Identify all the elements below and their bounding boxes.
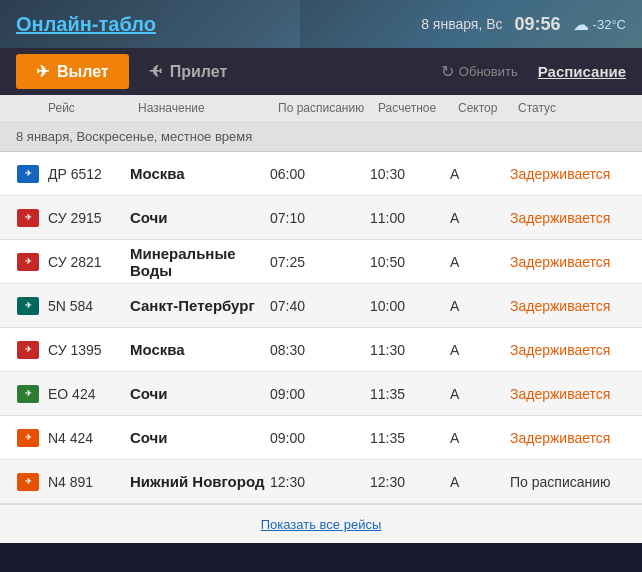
tab-arrive-label: Прилет bbox=[170, 63, 228, 81]
flight-number: СУ 1395 bbox=[48, 342, 130, 358]
airline-icon: ✈ bbox=[16, 252, 40, 272]
app-title[interactable]: Онлайн-табло bbox=[16, 13, 156, 36]
airline-icon: ✈ bbox=[16, 428, 40, 448]
refresh-icon bbox=[441, 62, 454, 81]
flight-estimated: 10:00 bbox=[370, 298, 450, 314]
flight-estimated: 11:35 bbox=[370, 430, 450, 446]
flight-status: Задерживается bbox=[510, 298, 626, 314]
depart-icon: ✈ bbox=[36, 62, 49, 81]
footer: Показать все рейсы bbox=[0, 504, 642, 543]
flight-scheduled: 07:40 bbox=[270, 298, 370, 314]
table-row[interactable]: ✈ N4 891 Нижний Новгород 12:30 12:30 A П… bbox=[0, 460, 642, 504]
flight-number: СУ 2821 bbox=[48, 254, 130, 270]
flight-sector: A bbox=[450, 254, 510, 270]
airline-icon: ✈ bbox=[16, 164, 40, 184]
airline-logo: ✈ bbox=[17, 385, 39, 403]
flight-sector: A bbox=[450, 166, 510, 182]
table-row[interactable]: ✈ N4 424 Сочи 09:00 11:35 A Задерживаетс… bbox=[0, 416, 642, 460]
tab-depart[interactable]: ✈ Вылет bbox=[16, 54, 129, 89]
flight-scheduled: 06:00 bbox=[270, 166, 370, 182]
airline-logo: ✈ bbox=[17, 165, 39, 183]
col-header-estimated: Расчетное bbox=[378, 101, 458, 115]
airline-logo: ✈ bbox=[17, 473, 39, 491]
flight-status: По расписанию bbox=[510, 474, 626, 490]
column-headers: Рейс Назначение По расписанию Расчетное … bbox=[0, 95, 642, 122]
flight-sector: A bbox=[450, 342, 510, 358]
flight-destination: Минеральные Воды bbox=[130, 245, 270, 279]
airline-logo: ✈ bbox=[17, 209, 39, 227]
refresh-label: Обновить bbox=[459, 64, 518, 79]
flight-number: ЕО 424 bbox=[48, 386, 130, 402]
flight-status: Задерживается bbox=[510, 430, 626, 446]
flight-number: N4 424 bbox=[48, 430, 130, 446]
table-row[interactable]: ✈ СУ 1395 Москва 08:30 11:30 A Задержива… bbox=[0, 328, 642, 372]
show-all-flights-link[interactable]: Показать все рейсы bbox=[261, 517, 382, 532]
flight-sector: A bbox=[450, 386, 510, 402]
flight-scheduled: 07:10 bbox=[270, 210, 370, 226]
flight-sector: A bbox=[450, 298, 510, 314]
flight-scheduled: 08:30 bbox=[270, 342, 370, 358]
flight-destination: Сочи bbox=[130, 429, 270, 446]
schedule-link[interactable]: Расписание bbox=[538, 63, 626, 80]
tab-bar: ✈ Вылет ✈ Прилет Обновить Расписание bbox=[0, 48, 642, 95]
header-weather: ☁ -32°C bbox=[573, 15, 626, 34]
airline-icon: ✈ bbox=[16, 296, 40, 316]
header-time: 09:56 bbox=[515, 14, 561, 35]
flight-scheduled: 07:25 bbox=[270, 254, 370, 270]
arrive-icon: ✈ bbox=[149, 62, 162, 81]
flight-destination: Нижний Новгород bbox=[130, 473, 270, 490]
table-row[interactable]: ✈ ДР 6512 Москва 06:00 10:30 A Задержива… bbox=[0, 152, 642, 196]
airline-logo: ✈ bbox=[17, 297, 39, 315]
flight-status: Задерживается bbox=[510, 386, 626, 402]
header: Онлайн-табло 8 января, Вс 09:56 ☁ -32°C bbox=[0, 0, 642, 48]
flight-status: Задерживается bbox=[510, 166, 626, 182]
flight-estimated: 12:30 bbox=[370, 474, 450, 490]
flight-destination: Москва bbox=[130, 165, 270, 182]
flight-estimated: 10:30 bbox=[370, 166, 450, 182]
col-header-destination: Назначение bbox=[138, 101, 278, 115]
tab-depart-label: Вылет bbox=[57, 63, 109, 81]
temperature: -32°C bbox=[593, 17, 626, 32]
flights-table: ✈ ДР 6512 Москва 06:00 10:30 A Задержива… bbox=[0, 152, 642, 504]
airline-icon: ✈ bbox=[16, 340, 40, 360]
flight-number: N4 891 bbox=[48, 474, 130, 490]
col-header-sector: Сектор bbox=[458, 101, 518, 115]
airline-icon: ✈ bbox=[16, 472, 40, 492]
header-info: 8 января, Вс 09:56 ☁ -32°C bbox=[421, 14, 626, 35]
flight-sector: A bbox=[450, 210, 510, 226]
airline-logo: ✈ bbox=[17, 341, 39, 359]
tab-arrive[interactable]: ✈ Прилет bbox=[129, 54, 248, 89]
flight-sector: A bbox=[450, 430, 510, 446]
airline-icon: ✈ bbox=[16, 208, 40, 228]
flight-estimated: 10:50 bbox=[370, 254, 450, 270]
table-row[interactable]: ✈ ЕО 424 Сочи 09:00 11:35 A Задерживаетс… bbox=[0, 372, 642, 416]
table-row[interactable]: ✈ СУ 2915 Сочи 07:10 11:00 A Задерживает… bbox=[0, 196, 642, 240]
table-row[interactable]: ✈ СУ 2821 Минеральные Воды 07:25 10:50 A… bbox=[0, 240, 642, 284]
flight-status: Задерживается bbox=[510, 254, 626, 270]
date-row: 8 января, Воскресенье, местное время bbox=[0, 122, 642, 152]
weather-icon: ☁ bbox=[573, 15, 589, 34]
airline-logo: ✈ bbox=[17, 253, 39, 271]
flight-number: СУ 2915 bbox=[48, 210, 130, 226]
flight-destination: Сочи bbox=[130, 385, 270, 402]
col-header-flight: Рейс bbox=[48, 101, 138, 115]
flight-destination: Сочи bbox=[130, 209, 270, 226]
flight-scheduled: 09:00 bbox=[270, 386, 370, 402]
flight-scheduled: 09:00 bbox=[270, 430, 370, 446]
flight-status: Задерживается bbox=[510, 210, 626, 226]
flight-number: ДР 6512 bbox=[48, 166, 130, 182]
flight-estimated: 11:30 bbox=[370, 342, 450, 358]
airline-icon: ✈ bbox=[16, 384, 40, 404]
flight-number: 5N 584 bbox=[48, 298, 130, 314]
flight-status: Задерживается bbox=[510, 342, 626, 358]
header-date: 8 января, Вс bbox=[421, 16, 502, 32]
col-header-scheduled: По расписанию bbox=[278, 101, 378, 115]
flight-destination: Санкт-Петербург bbox=[130, 297, 270, 314]
flight-estimated: 11:00 bbox=[370, 210, 450, 226]
airline-logo: ✈ bbox=[17, 429, 39, 447]
col-header-status: Статус bbox=[518, 101, 626, 115]
table-row[interactable]: ✈ 5N 584 Санкт-Петербург 07:40 10:00 A З… bbox=[0, 284, 642, 328]
flight-scheduled: 12:30 bbox=[270, 474, 370, 490]
refresh-button[interactable]: Обновить bbox=[441, 62, 518, 81]
flight-destination: Москва bbox=[130, 341, 270, 358]
